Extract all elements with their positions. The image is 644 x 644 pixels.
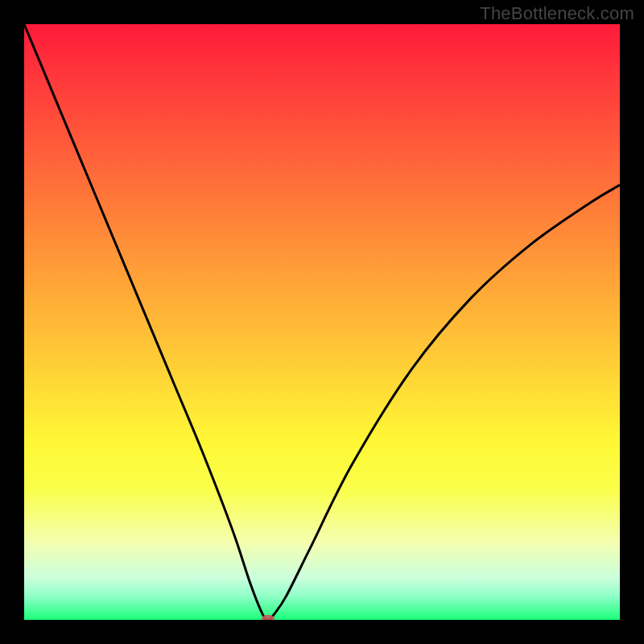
watermark-text: TheBottleneck.com bbox=[480, 3, 634, 24]
chart-frame bbox=[24, 24, 620, 620]
optimum-marker bbox=[262, 615, 275, 620]
curve-path bbox=[24, 24, 620, 620]
bottleneck-curve bbox=[24, 24, 620, 620]
